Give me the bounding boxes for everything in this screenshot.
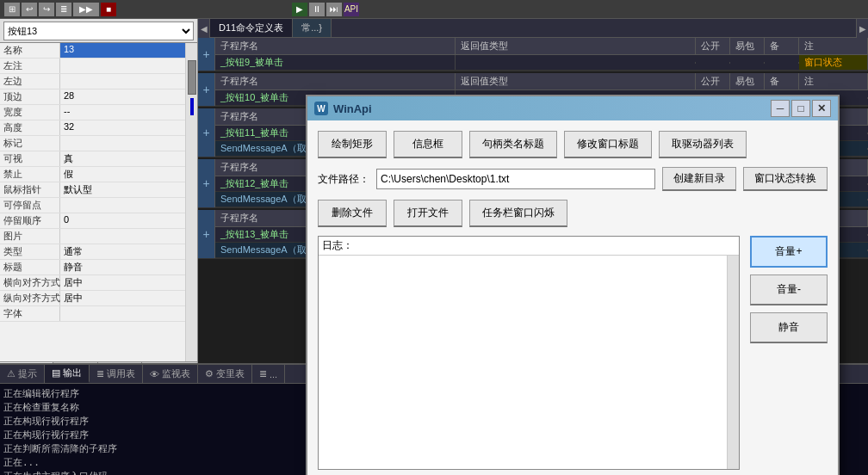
btn-message-box[interactable]: 信息框 [394,131,462,158]
prop-row-width: 宽度 -- [0,105,185,120]
volume-area: 音量+ 音量- 静音 [750,236,828,470]
winapi-modal: W WinApi ─ □ ✕ 绘制矩形 信息框 句柄类名标题 修改窗口标题 取驱… [306,95,840,475]
file-path-input[interactable] [376,169,655,189]
prop-row-type: 类型 通常 [0,244,185,260]
prop-row-height: 高度 32 [0,120,185,136]
btn-get-drivers[interactable]: 取驱动器列表 [659,131,747,158]
btn-volume-down[interactable]: 音量- [750,275,828,305]
prop-row-name: 名称 13 [0,43,185,59]
code-header-2: 子程序名 返回值类型 公开 易包 备 注 [215,73,868,90]
modal-action-row: 删除文件 打开文件 任务栏窗口闪烁 [318,200,828,227]
btn-volume-up[interactable]: 音量+ [750,236,828,268]
btn-create-dir[interactable]: 创建新目录 [662,167,736,191]
btn-delete-file[interactable]: 删除文件 [318,200,387,227]
btn-modify-title[interactable]: 修改窗口标题 [564,131,652,158]
toolbar-spacer [118,3,290,16]
left-panel-header: 按钮13 [0,19,197,43]
component-dropdown[interactable]: 按钮13 [3,22,194,40]
left-panel-scrollbar[interactable] [185,43,197,363]
tab-extra[interactable]: ≣ ... [252,365,285,383]
cell-name-1: _按钮9_被单击 [215,55,456,70]
code-data-row-1: _按钮9_被单击 窗口状态 [215,55,868,71]
code-expand-1[interactable]: + [198,38,215,71]
col-note1-2: 备 [765,73,799,89]
toolbar-icon-5: ▶▶ [73,3,99,16]
toolbar-icon-debug[interactable]: ⏸ [309,3,325,16]
code-content-1: 子程序名 返回值类型 公开 易包 备 注 _按钮9_被单击 [215,38,868,71]
toolbar-icon-3[interactable]: ↪ [39,3,54,16]
tab-d11[interactable]: D11命令定义表 [210,19,293,37]
watch-icon: 👁 [150,369,159,379]
prop-row-valign: 纵向对齐方式 居中 [0,291,185,306]
modal-controls: ─ □ ✕ [771,100,831,117]
prop-row-left-note: 左注 [0,59,185,74]
btn-draw-rect[interactable]: 绘制矩形 [318,131,387,158]
prop-row-disabled: 禁止 假 [0,167,185,182]
modal-file-row: 文件路径： 创建新目录 窗口状态转换 [318,167,828,191]
tab-variables[interactable]: ⚙ 变里表 [198,365,252,383]
col-note2: 注 [799,38,868,54]
prop-row-font: 字体 [0,306,185,322]
modal-body: 绘制矩形 信息框 句柄类名标题 修改窗口标题 取驱动器列表 文件路径： 创建新目… [307,120,838,475]
toolbar-icon-run[interactable]: ▶ [292,3,307,16]
btn-flash-taskbar[interactable]: 任务栏窗口闪烁 [469,200,567,227]
modal-close-btn[interactable]: ✕ [812,100,831,117]
tab-output[interactable]: ▤ 输出 [45,365,90,383]
properties-table: 名称 13 左注 左边 顶边 28 [0,43,197,363]
log-label: 日志： [319,237,739,256]
hint-icon: ⚠ [7,368,16,379]
modal-title: WinApi [333,102,766,115]
modal-minimize-btn[interactable]: ─ [771,100,790,117]
tab-callstack[interactable]: ≣ 调用表 [90,365,143,383]
btn-open-file[interactable]: 打开文件 [394,200,462,227]
prop-row-image: 图片 [0,229,185,244]
tab-hint[interactable]: ⚠ 提示 [0,365,45,383]
modal-titlebar: W WinApi ─ □ ✕ [307,96,838,120]
btn-mute[interactable]: 静音 [750,312,828,343]
scroll-thumb [188,60,196,95]
btn-win-state[interactable]: 窗口状态转换 [743,167,828,191]
watch-label: 监视表 [162,367,190,380]
log-content[interactable] [319,256,727,469]
toolbar-icon-api[interactable]: API [344,3,359,16]
extra-label: ... [270,369,277,379]
cell-easy-1 [730,62,765,64]
prop-row-cursor: 鼠标指针 默认型 [0,182,185,198]
col-public: 公开 [696,38,730,54]
modal-btn-row-1: 绘制矩形 信息框 句柄类名标题 修改窗口标题 取驱动器列表 [318,131,828,158]
toolbar-icon-stop[interactable]: ■ [101,3,116,16]
prop-row-left: 左边 [0,74,185,89]
col-easy-2: 易包 [730,73,765,89]
log-scrollbar[interactable] [727,256,739,469]
modal-log-area: 日志： [318,236,740,470]
modal-icon: W [314,102,328,115]
code-expand-2[interactable]: + [198,73,215,106]
tab-main[interactable]: 常...} [293,19,332,37]
extra-icon: ≣ [259,368,267,379]
code-expand-5[interactable]: + [198,210,215,258]
col-public-2: 公开 [696,73,730,89]
ide-window: ⊞ ↩ ↪ ≣ ▶▶ ■ ▶ ⏸ ⏭ API 按钮13 名称 13 [0,0,868,475]
col-return-2: 返回值类型 [456,73,696,89]
tab-scroll-right[interactable]: ▶ [856,19,868,38]
cell-note-b-1: 窗口状态 [799,55,868,70]
tab-empty-space [332,19,856,37]
col-note1: 备 [765,38,799,54]
toolbar-icon-2[interactable]: ↩ [22,3,37,16]
left-panel: 按钮13 名称 13 左注 左边 [0,19,198,363]
toolbar-icon-step[interactable]: ⏭ [326,3,342,16]
tab-scroll-left[interactable]: ◀ [198,19,210,38]
prop-row-halign: 横向对齐方式 居中 [0,275,185,291]
file-path-label: 文件路径： [318,172,369,187]
btn-handle-class[interactable]: 句柄类名标题 [469,131,557,158]
output-label: 输出 [63,367,82,379]
modal-maximize-btn[interactable]: □ [791,100,810,117]
variables-label: 变里表 [216,367,245,380]
cell-note-a-1 [765,62,799,64]
tab-watch[interactable]: 👁 监视表 [143,365,198,383]
prop-row-tabstop: 可停留点 [0,198,185,213]
code-expand-3[interactable]: + [198,108,215,157]
code-header-row-1: + 子程序名 返回值类型 公开 易包 备 注 _按钮9_被单击 [198,38,868,71]
code-expand-4[interactable]: + [198,159,215,207]
callstack-icon: ≣ [96,368,104,379]
